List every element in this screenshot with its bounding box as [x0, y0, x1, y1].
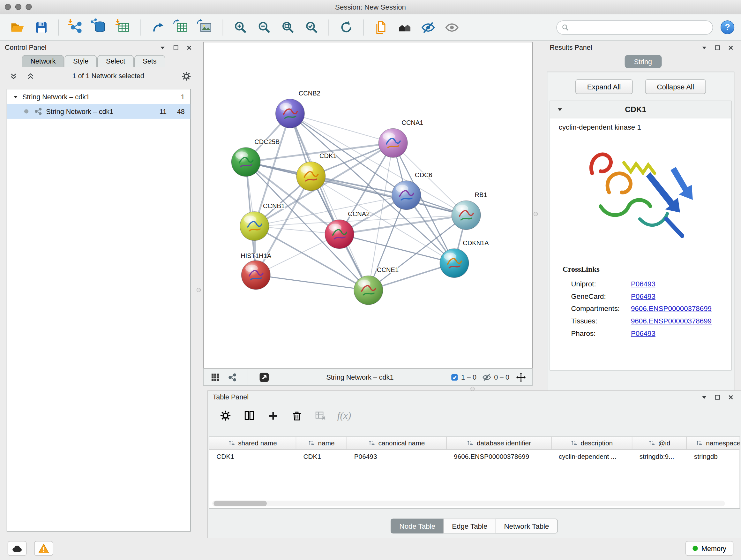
delete-column-button[interactable] — [289, 409, 304, 422]
zoom-out-button[interactable] — [253, 17, 275, 38]
add-column-button[interactable] — [266, 409, 280, 422]
hidden-eye-icon[interactable] — [482, 373, 491, 381]
close-window-button[interactable] — [5, 4, 11, 10]
pan-mode-button[interactable] — [515, 372, 527, 382]
uniprot-link[interactable]: P06493 — [631, 280, 656, 288]
gene-section-header[interactable]: CDK1 — [550, 101, 731, 118]
new-network-from-selection-button[interactable] — [147, 17, 169, 38]
network-edge-HIST1H1A-CCNE1[interactable] — [256, 275, 368, 290]
home-button[interactable] — [394, 17, 415, 38]
network-node-CCNB2[interactable]: CCNB2 — [275, 90, 320, 128]
tab-network-table[interactable]: Network Table — [495, 519, 558, 534]
tab-edge-table[interactable]: Edge Table — [443, 519, 496, 534]
control-panel-close-button[interactable] — [183, 43, 195, 52]
maximize-window-button[interactable] — [25, 4, 31, 10]
network-node-CDKN1A[interactable]: CDKN1A — [440, 240, 489, 278]
zoom-in-button[interactable] — [229, 17, 251, 38]
function-builder-button[interactable]: f(x) — [337, 409, 351, 422]
selected-checkbox-icon[interactable] — [450, 373, 458, 381]
table-settings-gear-button[interactable] — [218, 409, 232, 422]
vertical-splitter-handle[interactable] — [534, 212, 538, 216]
tab-sets[interactable]: Sets — [134, 55, 165, 67]
network-node-CCNA1[interactable]: CCNA1 — [379, 119, 423, 158]
horizontal-splitter-handle[interactable] — [470, 387, 475, 391]
results-panel-close-button[interactable] — [725, 43, 736, 52]
compartments-link[interactable]: 9606.ENSP00000378699 — [631, 304, 712, 312]
tab-style[interactable]: Style — [65, 55, 97, 67]
table-row[interactable]: CDK1 CDK1 P06493 9606.ENSP00000378699 cy… — [209, 450, 740, 462]
collection-disclosure-icon[interactable] — [13, 94, 18, 100]
vertical-splitter-handle[interactable] — [197, 288, 201, 292]
pharos-link[interactable]: P06493 — [631, 329, 656, 337]
import-network-from-file-button[interactable] — [65, 17, 87, 38]
genecard-link[interactable]: P06493 — [631, 292, 656, 300]
import-table-from-file-button[interactable] — [113, 17, 134, 38]
save-session-button[interactable] — [30, 17, 52, 38]
network-options-gear-button[interactable] — [180, 71, 192, 81]
crosslink-row: GeneCard: P06493 — [550, 290, 731, 302]
import-network-from-database-button[interactable] — [89, 17, 111, 38]
sort-icon — [228, 440, 235, 447]
table-panel-float-button[interactable] — [712, 392, 723, 402]
control-panel-menu-button[interactable] — [157, 43, 168, 52]
network-collection-row[interactable]: String Network – cdk1 1 — [7, 89, 190, 104]
network-share-button[interactable] — [226, 372, 238, 382]
column-header-description[interactable]: description — [551, 437, 632, 449]
results-panel-float-button[interactable] — [712, 43, 723, 52]
hide-selected-button[interactable] — [417, 17, 439, 38]
show-columns-button[interactable] — [242, 409, 257, 422]
delete-table-button[interactable] — [313, 409, 328, 422]
collapse-all-networks-button[interactable] — [8, 71, 19, 81]
show-all-button[interactable] — [441, 17, 463, 38]
help-button[interactable]: ? — [721, 20, 734, 34]
search-box[interactable] — [556, 20, 713, 35]
warnings-button[interactable] — [34, 541, 53, 556]
zoom-fit-button[interactable] — [277, 17, 298, 38]
expand-all-networks-button[interactable] — [24, 71, 36, 81]
column-header-name[interactable]: name — [296, 437, 347, 449]
string-results-tab[interactable]: String — [624, 55, 662, 68]
results-panel-menu-button[interactable] — [698, 43, 710, 52]
zoom-selected-button[interactable] — [300, 17, 322, 38]
documents-button[interactable] — [370, 17, 392, 38]
minimize-window-button[interactable] — [15, 4, 21, 10]
table-panel-close-button[interactable] — [725, 392, 736, 402]
network-node-RB1[interactable]: RB1 — [452, 191, 487, 230]
column-header-database-identifier[interactable]: database identifier — [447, 437, 552, 449]
tissues-link[interactable]: 9606.ENSP00000378699 — [631, 317, 712, 325]
search-input[interactable] — [572, 23, 708, 31]
apply-layout-button[interactable] — [335, 17, 357, 38]
column-header-canonical-name[interactable]: canonical name — [347, 437, 447, 449]
memory-button[interactable]: Memory — [685, 541, 733, 556]
column-header-shared-name[interactable]: shared name — [209, 437, 296, 449]
tab-network[interactable]: Network — [22, 55, 64, 67]
open-session-button[interactable] — [7, 17, 28, 38]
column-header-id[interactable]: @id — [632, 437, 687, 449]
network-row-selected[interactable]: String Network – cdk1 11 48 — [7, 104, 190, 119]
export-table-button[interactable] — [171, 17, 193, 38]
table-panel-menu-button[interactable] — [698, 392, 710, 402]
network-node-CDC6[interactable]: CDC6 — [392, 172, 432, 210]
scrollbar-thumb[interactable] — [213, 501, 267, 506]
export-view-button[interactable] — [258, 372, 270, 382]
network-node-HIST1H1A[interactable]: HIST1H1A — [241, 252, 272, 290]
cloud-status-button[interactable] — [8, 541, 27, 556]
network-edge-RB1-CCNA2[interactable] — [340, 215, 466, 234]
tab-select[interactable]: Select — [98, 55, 134, 67]
network-edge-CCNB2-CCNE1[interactable] — [290, 114, 368, 290]
network-selection-summary: 1 of 1 Network selected — [42, 72, 175, 80]
control-panel-float-button[interactable] — [170, 43, 182, 52]
collapse-all-button[interactable]: Collapse All — [645, 79, 706, 94]
network-edge-CDC6-CCNB1[interactable] — [254, 195, 406, 226]
expand-all-button[interactable]: Expand All — [576, 79, 633, 94]
network-node-CDK1[interactable]: CDK1 — [296, 152, 337, 191]
sort-icon — [570, 440, 577, 447]
birdseye-grid-button[interactable] — [209, 372, 221, 382]
tab-node-table[interactable]: Node Table — [391, 519, 444, 534]
column-header-namespace[interactable]: namespace — [687, 437, 740, 449]
network-edge-CDK1-RB1[interactable] — [311, 176, 466, 215]
network-canvas[interactable]: CCNB2CCNA1CDC25BCDK1CDC6RB1CCNB1CCNA2CDK… — [203, 42, 533, 369]
export-image-button[interactable] — [195, 17, 216, 38]
gene-disclosure-icon[interactable] — [557, 106, 563, 112]
horizontal-scrollbar[interactable] — [212, 501, 725, 506]
